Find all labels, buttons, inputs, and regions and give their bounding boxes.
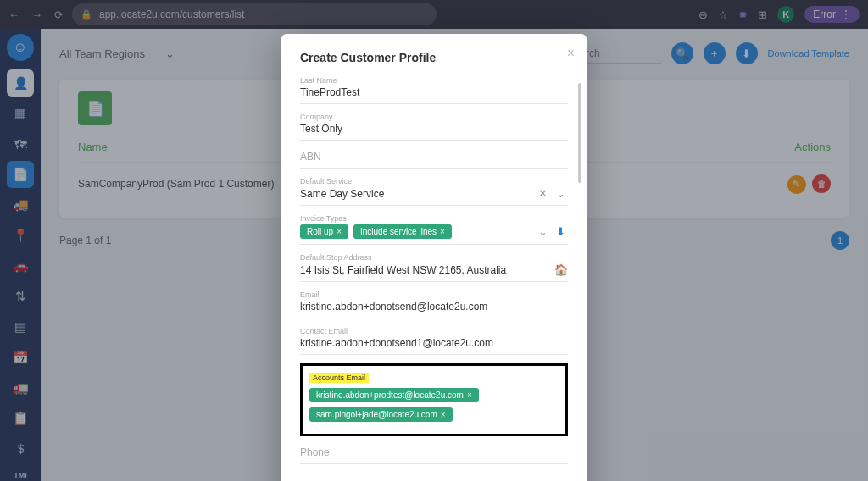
invoice-types-select[interactable]: Roll up× Include service lines× ⌄ ⬇ (300, 223, 568, 240)
company-label: Company (300, 113, 568, 121)
company-input[interactable]: Test Only (300, 121, 568, 136)
download-icon[interactable]: ⬇ (556, 225, 568, 238)
abn-input[interactable]: ABN (300, 149, 568, 164)
modal-overlay: Create Customer Profile × Last Name Tine… (0, 0, 868, 481)
clear-icon[interactable]: ✕ (538, 187, 550, 200)
accounts-email-input[interactable]: kristine.abdon+prodtest@locate2u.com× sa… (309, 388, 559, 422)
contact-email-label: Contact Email (300, 327, 568, 335)
invoice-chip-include[interactable]: Include service lines× (353, 224, 452, 239)
email-label: Email (300, 290, 568, 299)
chip-remove-icon: × (467, 390, 472, 400)
chip-remove-icon: × (440, 227, 445, 236)
chip-remove-icon: × (337, 227, 342, 236)
modal-title: Create Customer Profile (300, 51, 568, 64)
stop-address-label: Default Stop Address (300, 253, 568, 262)
accounts-email-chip[interactable]: kristine.abdon+prodtest@locate2u.com× (309, 388, 479, 402)
modal-scrollbar[interactable] (578, 83, 581, 183)
home-icon[interactable]: 🏠 (554, 263, 568, 276)
email-input[interactable]: kristine.abdon+donotsend@locate2u.com (300, 299, 568, 314)
contact-email-input[interactable]: kristine.abdon+donotsend1@locate2u.com (300, 335, 568, 351)
last-name-label: Last Name (300, 76, 568, 85)
chevron-down-icon[interactable]: ⌄ (538, 225, 550, 238)
phone-input[interactable]: Phone (300, 445, 568, 460)
accounts-email-label: Accounts Email (309, 373, 369, 383)
accounts-email-chip[interactable]: sam.pingol+jade@locate2u.com× (309, 407, 453, 422)
default-service-select[interactable]: Same Day Service ✕ ⌄ (300, 185, 568, 202)
chip-remove-icon: × (441, 410, 446, 419)
invoice-types-label: Invoice Types (300, 214, 568, 223)
close-icon[interactable]: × (567, 46, 575, 61)
last-name-input[interactable]: TineProdTest (300, 85, 568, 100)
chevron-down-icon[interactable]: ⌄ (556, 187, 568, 200)
default-service-label: Default Service (300, 177, 568, 185)
invoice-chip-rollup[interactable]: Roll up× (300, 224, 348, 239)
accounts-email-highlight: Accounts Email kristine.abdon+prodtest@l… (300, 363, 568, 436)
create-customer-modal: Create Customer Profile × Last Name Tine… (281, 34, 587, 481)
stop-address-input[interactable]: 14 Isis St, Fairfield West NSW 2165, Aus… (300, 262, 568, 278)
